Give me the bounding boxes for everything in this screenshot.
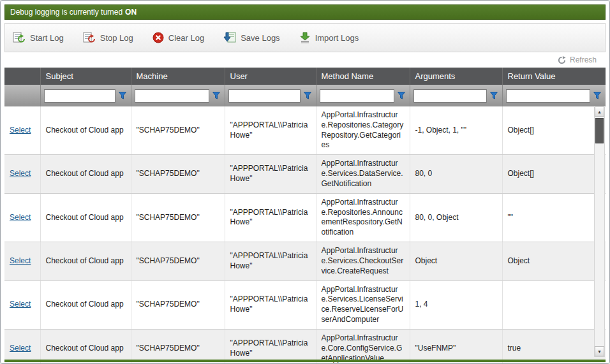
cell-return-value: ""	[502, 193, 606, 242]
table-row: Select Checkout of Cloud app "SCHAP75DEM…	[4, 280, 606, 329]
cell-return-value: Object[]	[502, 155, 606, 193]
debug-log-window: Debug logging is currently turned ON Sta…	[0, 0, 610, 364]
subject-filter-input[interactable]	[44, 89, 115, 103]
column-header-select	[4, 68, 40, 85]
machine-filter-icon[interactable]	[211, 89, 221, 103]
user-filter-input[interactable]	[228, 89, 301, 103]
cell-return-value: true	[502, 329, 606, 364]
refresh-icon[interactable]	[558, 56, 566, 64]
cell-arguments: -1, Object, 1, ""	[410, 106, 502, 155]
cell-machine: "SCHAP75DEMO"	[131, 106, 225, 155]
column-header-subject[interactable]: Subject	[40, 68, 131, 85]
scrollbar-track[interactable]	[595, 117, 604, 346]
select-link[interactable]: Select	[10, 344, 31, 353]
clear-log-label: Clear Log	[168, 33, 204, 43]
subject-filter-icon[interactable]	[117, 89, 128, 103]
save-logs-icon	[223, 32, 236, 43]
column-header-machine[interactable]: Machine	[131, 68, 225, 85]
cell-subject: Checkout of Cloud app	[40, 280, 131, 329]
cell-arguments: Object	[410, 242, 502, 280]
cell-machine: "SCHAP75DEMO"	[131, 242, 225, 280]
cell-arguments: 80, 0, Object	[410, 193, 502, 242]
cell-return-value: Object[]	[502, 106, 606, 155]
cell-machine: "SCHAP75DEMO"	[131, 329, 225, 364]
cell-machine: "SCHAP75DEMO"	[131, 155, 225, 193]
column-header-user[interactable]: User	[225, 68, 316, 85]
debug-log-grid: Subject Machine User Method Name Argumen…	[4, 68, 606, 364]
clear-log-button[interactable]: Clear Log	[152, 32, 204, 43]
start-log-button[interactable]: Start Log	[13, 32, 64, 43]
refresh-bar: Refresh	[4, 52, 606, 68]
cell-user: "APPPORTAL\\PatriciaHowe"	[225, 329, 316, 364]
select-link[interactable]: Select	[10, 213, 31, 222]
debug-status-text: Debug logging is currently turned	[10, 8, 123, 17]
cell-user: "APPPORTAL\\PatriciaHowe"	[225, 242, 316, 280]
import-logs-icon	[299, 32, 311, 43]
cell-method-name: AppPortal.Infrastructure.Repositories.An…	[316, 193, 410, 242]
table-row: Select Checkout of Cloud app "SCHAP75DEM…	[4, 155, 606, 193]
method-name-filter-icon[interactable]	[396, 89, 406, 103]
cell-subject: Checkout of Cloud app	[40, 106, 131, 155]
table-row: Select Checkout of Cloud app "SCHAP75DEM…	[4, 193, 606, 242]
debug-status-value: ON	[125, 8, 137, 17]
filter-cell-empty	[4, 85, 40, 106]
select-link[interactable]: Select	[10, 300, 31, 309]
cell-arguments: 1, 4	[410, 280, 502, 329]
return-value-filter-input[interactable]	[506, 89, 591, 103]
refresh-link[interactable]: Refresh	[570, 55, 597, 64]
save-logs-label: Save Logs	[241, 33, 279, 43]
import-logs-label: Import Logs	[315, 33, 359, 43]
cell-method-name: AppPortal.Infrastructure.Core.ConfigServ…	[316, 329, 410, 364]
grid-header-row: Subject Machine User Method Name Argumen…	[4, 68, 606, 85]
cell-user: "APPPORTAL\\PatriciaHowe"	[225, 106, 316, 155]
start-log-icon	[13, 32, 26, 43]
cell-subject: Checkout of Cloud app	[40, 193, 131, 242]
stop-log-button[interactable]: Stop Log	[83, 32, 133, 43]
cell-method-name: AppPortal.Infrastructure.Services.DataSe…	[316, 155, 410, 193]
cell-method-name: AppPortal.Infrastructure.Services.Checko…	[316, 242, 410, 280]
table-row: Select Checkout of Cloud app "SCHAP75DEM…	[4, 329, 606, 364]
scroll-up-button[interactable]: ▲	[595, 106, 604, 117]
cell-machine: "SCHAP75DEMO"	[131, 280, 225, 329]
cell-user: "APPPORTAL\\PatriciaHowe"	[225, 155, 316, 193]
scrollbar-thumb[interactable]	[595, 118, 604, 143]
cell-machine: "SCHAP75DEMO"	[131, 193, 225, 242]
cell-arguments: "UseFNMP"	[410, 329, 502, 364]
table-row: Select Checkout of Cloud app "SCHAP75DEM…	[4, 106, 606, 155]
cell-subject: Checkout of Cloud app	[40, 155, 131, 193]
cell-method-name: AppPortal.Infrastructure.Repositories.Ca…	[316, 106, 410, 155]
vertical-scrollbar[interactable]: ▲ ▼	[594, 106, 605, 357]
select-link[interactable]: Select	[10, 169, 31, 178]
cell-user: "APPPORTAL\\PatriciaHowe"	[225, 280, 316, 329]
select-link[interactable]: Select	[10, 126, 31, 135]
clear-log-icon	[152, 32, 164, 43]
arguments-filter-icon[interactable]	[489, 89, 499, 103]
grid-filter-row	[4, 85, 606, 106]
stop-log-label: Stop Log	[100, 33, 133, 43]
cell-subject: Checkout of Cloud app	[40, 242, 131, 280]
select-link[interactable]: Select	[10, 256, 31, 265]
return-value-filter-icon[interactable]	[592, 89, 602, 103]
save-logs-button[interactable]: Save Logs	[223, 32, 279, 43]
import-logs-button[interactable]: Import Logs	[299, 32, 359, 43]
window-bottom-strip	[4, 360, 606, 362]
debug-status-banner: Debug logging is currently turned ON	[4, 4, 606, 20]
cell-arguments: 80, 0	[410, 155, 502, 193]
column-header-arguments[interactable]: Arguments	[410, 68, 502, 85]
cell-return-value: Object	[502, 242, 606, 280]
stop-log-icon	[83, 32, 96, 43]
cell-return-value	[502, 280, 606, 329]
user-filter-icon[interactable]	[302, 89, 313, 103]
column-header-method-name[interactable]: Method Name	[316, 68, 410, 85]
table-row: Select Checkout of Cloud app "SCHAP75DEM…	[4, 242, 606, 280]
method-name-filter-input[interactable]	[320, 89, 394, 103]
scroll-down-button[interactable]: ▼	[595, 346, 604, 356]
column-header-return-value[interactable]: Return Value	[502, 68, 606, 85]
machine-filter-input[interactable]	[135, 89, 209, 103]
log-toolbar: Start Log Stop Log	[4, 23, 606, 52]
cell-subject: Checkout of Cloud app	[40, 329, 131, 364]
cell-method-name: AppPortal.Infrastructure.Services.Licens…	[316, 280, 410, 329]
start-log-label: Start Log	[30, 33, 64, 43]
cell-user: "APPPORTAL\\PatriciaHowe"	[225, 193, 316, 242]
arguments-filter-input[interactable]	[413, 89, 487, 103]
